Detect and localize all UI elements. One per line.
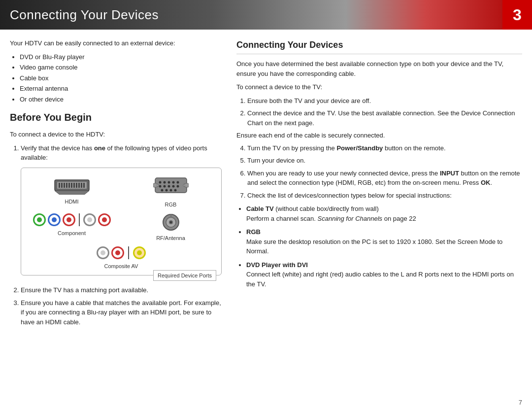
svg-point-36 xyxy=(170,221,172,223)
right-intro: Once you have determined the best availa… xyxy=(236,59,522,78)
svg-point-22 xyxy=(167,185,170,187)
divider2 xyxy=(128,246,129,259)
ports-diagram: HDMI xyxy=(21,168,222,276)
connector-yellow xyxy=(133,246,146,259)
right-step-1: Ensure both the TV and your device are o… xyxy=(247,96,522,106)
connector-white xyxy=(83,213,96,226)
svg-rect-31 xyxy=(153,183,157,187)
svg-rect-11 xyxy=(81,183,82,188)
step-3: Ensure you have a cable that matches the… xyxy=(21,298,222,327)
hdmi-icon xyxy=(52,176,92,195)
page-title: Connecting Your Devices xyxy=(10,7,159,23)
composite-port: Composite AV xyxy=(97,246,146,271)
svg-point-20 xyxy=(159,185,161,187)
right-step-3-text: Ensure each end of the cable is securely… xyxy=(236,132,385,139)
rf-port: RF/Antenna xyxy=(126,213,215,242)
step3-text: Ensure you have a cable that matches the… xyxy=(21,299,221,326)
list-item: DVD or Blu-Ray player xyxy=(20,52,222,62)
svg-point-25 xyxy=(161,189,163,191)
right-connect-text: To connect a device to the TV: xyxy=(236,82,522,92)
svg-point-17 xyxy=(167,181,170,183)
dvd-item: DVD Player with DVI Connect left (white)… xyxy=(246,260,522,289)
divider xyxy=(79,213,80,226)
device-list: DVD or Blu-Ray player Video game console… xyxy=(20,52,222,104)
cable-tv-item: Cable TV (without cable box/directly fro… xyxy=(246,204,522,223)
svg-rect-7 xyxy=(71,183,72,188)
step1-bold: one xyxy=(94,144,105,152)
svg-rect-10 xyxy=(78,183,80,188)
composite-label: Composite AV xyxy=(104,262,138,271)
right-step-3: Ensure each end of the cable is securely… xyxy=(236,131,522,140)
svg-rect-12 xyxy=(83,183,85,188)
input-label: INPUT xyxy=(440,170,459,177)
svg-rect-5 xyxy=(66,183,67,188)
svg-marker-13 xyxy=(55,191,89,195)
right-steps: Ensure both the TV and your device are o… xyxy=(247,96,522,201)
list-item: External antenna xyxy=(20,84,222,94)
right-step-7: Check the list of devices/connection typ… xyxy=(247,191,522,201)
hdmi-port: HDMI xyxy=(27,176,116,209)
component-label: Component xyxy=(58,229,86,238)
right-step-4: Turn the TV on by pressing the Power/Sta… xyxy=(247,143,522,153)
page-footer: 7 xyxy=(519,399,522,406)
connector-green xyxy=(33,213,46,226)
connector-blue xyxy=(48,213,61,226)
cable-tv-italic: Scanning for Channels xyxy=(318,215,383,222)
list-item: Video game console xyxy=(20,63,222,72)
svg-point-27 xyxy=(169,189,172,191)
left-column: Your HDTV can be easily connected to an … xyxy=(10,38,222,391)
svg-rect-4 xyxy=(64,183,65,188)
right-heading: Connecting Your Devices xyxy=(236,38,522,54)
svg-rect-9 xyxy=(76,183,77,188)
cable-tv-detail: Perform a channel scan. xyxy=(246,215,318,222)
component-port: Component xyxy=(27,213,116,242)
step2-text: Ensure the TV has a matching port availa… xyxy=(21,286,148,294)
main-content: Your HDTV can be easily connected to an … xyxy=(0,30,532,396)
svg-rect-8 xyxy=(73,183,75,188)
rgb-item: RGB Make sure the desktop resolution on … xyxy=(246,227,522,256)
device-type-list: Cable TV (without cable box/directly fro… xyxy=(246,204,522,289)
svg-point-28 xyxy=(174,189,176,191)
footer-page-number: 7 xyxy=(519,399,522,406)
hdmi-label: HDMI xyxy=(65,198,78,206)
svg-point-23 xyxy=(172,185,174,187)
svg-point-19 xyxy=(176,181,179,183)
rgb-detail: Make sure the desktop resolution on the … xyxy=(246,238,502,255)
caption-label: Required Device Ports xyxy=(153,270,216,281)
svg-rect-32 xyxy=(185,183,189,187)
cable-tv-suffix: (without cable box/directly from wall) xyxy=(274,205,379,212)
step-1: Verify that the device has one of the fo… xyxy=(21,143,222,276)
list-item: Or other device xyxy=(20,95,222,104)
before-you-begin-heading: Before You Begin xyxy=(10,110,222,125)
composite-section: Composite AV xyxy=(27,246,215,271)
power-standby-label: Power/Standby xyxy=(336,144,383,152)
steps-list: Verify that the device has one of the fo… xyxy=(21,143,222,327)
right-column: Connecting Your Devices Once you have de… xyxy=(236,38,522,391)
rgb-icon xyxy=(153,176,189,198)
page-header: Connecting Your Devices 3 xyxy=(0,0,532,30)
ports-grid: HDMI xyxy=(27,176,215,242)
svg-rect-6 xyxy=(68,183,70,188)
rgb-label: RGB xyxy=(165,201,177,209)
rgb-label-right: RGB xyxy=(246,228,261,236)
right-step-6: When you are ready to use your newly con… xyxy=(247,169,522,188)
composite-connectors xyxy=(97,246,146,259)
dvd-detail: Connect left (white) and right (red) aud… xyxy=(246,271,514,288)
chapter-number: 3 xyxy=(502,0,532,30)
svg-point-16 xyxy=(163,181,166,183)
rf-antenna-icon xyxy=(162,213,180,231)
dvd-label: DVD Player with DVI xyxy=(246,261,308,269)
connector-red xyxy=(63,213,75,226)
step-2: Ensure the TV has a matching port availa… xyxy=(21,285,222,295)
component-connectors xyxy=(33,213,111,226)
svg-rect-3 xyxy=(61,183,63,188)
svg-point-26 xyxy=(165,189,167,191)
cable-tv-label: Cable TV xyxy=(246,205,274,212)
rgb-port: RGB xyxy=(126,176,215,209)
intro-text: Your HDTV can be easily connected to an … xyxy=(10,38,222,48)
connect-to-hdtv-text: To connect a device to the HDTV: xyxy=(10,130,222,139)
svg-rect-37 xyxy=(170,214,172,217)
ok-label: OK xyxy=(481,179,491,186)
right-step-5: Turn your device on. xyxy=(247,156,522,166)
connector-red3 xyxy=(111,246,124,259)
